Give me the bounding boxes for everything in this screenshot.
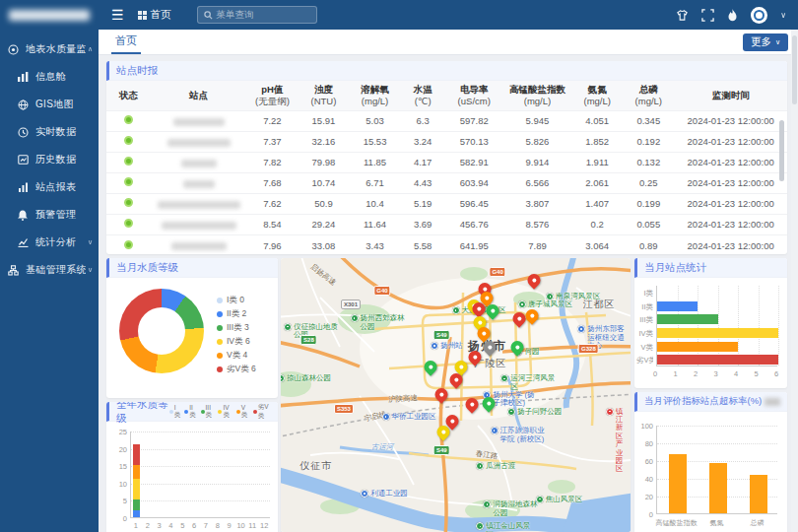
x-tick: 2	[694, 369, 698, 378]
map-poi-park[interactable]: 南泉湾风景区	[546, 293, 600, 300]
tab-home[interactable]: 首页	[111, 30, 141, 54]
clock-icon	[18, 127, 31, 138]
chevron-down-icon: ∨	[88, 238, 93, 246]
table-row[interactable]: 7.3732.1615.533.24570.135.8261.8520.1922…	[106, 131, 787, 152]
map-pin-red[interactable]	[463, 395, 481, 413]
breadcrumb[interactable]: 首页	[138, 8, 171, 22]
poi-icon	[518, 300, 526, 308]
cell-value: 3.69	[401, 214, 445, 234]
map-poi-place[interactable]: 扬州站	[431, 342, 463, 350]
table-row[interactable]: 7.6810.746.714.43603.946.5662.0610.25202…	[106, 172, 787, 193]
x-tick: 9	[226, 521, 233, 530]
map-poi-place[interactable]: 江苏旅游职业学院 (新校区)	[491, 427, 548, 443]
map-poi-zone[interactable]: 镇江新区产业园区	[606, 408, 627, 474]
cell-value: 7.22	[246, 110, 298, 131]
sidebar-item-alerts[interactable]: 预警管理	[0, 201, 99, 229]
sidebar-item-gis-map[interactable]: GIS地图	[0, 91, 99, 118]
cell-time: 2024-01-23 12:00:00	[674, 234, 787, 254]
road-shield: G328	[578, 344, 599, 354]
table-row[interactable]: 8.5429.2411.643.69456.768.5760.20.055202…	[106, 214, 787, 234]
sidebar-item-label: 统计分析	[35, 235, 86, 249]
donut-legend: I类 0II类 2III类 3IV类 6V类 4劣V类 6	[217, 294, 256, 376]
station-name-redacted	[167, 139, 231, 147]
cell-time: 2024-01-23 12:00:00	[674, 110, 787, 131]
sidebar-item-info-hub[interactable]: 信息舱	[0, 63, 99, 91]
legend-item[interactable]: II类 2	[217, 307, 256, 321]
theme-icon[interactable]	[676, 9, 689, 22]
cell-value: 4.051	[571, 110, 623, 131]
sidebar-item-reports[interactable]: 站点报表	[0, 173, 99, 201]
panel-title-year-grade: 全年水质等级 I类II类III类IV类V类劣V类	[106, 402, 278, 422]
page-scrollbar-thumb[interactable]	[792, 35, 797, 104]
map-poi-place[interactable]: 利通工业园	[361, 490, 408, 498]
chevron-down-icon: ∨	[88, 266, 93, 274]
legend-item[interactable]: 劣V类 6	[217, 363, 256, 376]
more-button[interactable]: 更多 ∨	[743, 33, 788, 51]
bar-IV类	[657, 328, 778, 338]
sidebar-item-statistics[interactable]: 统计分析∨	[0, 229, 99, 256]
stack-segment-IV类	[133, 479, 140, 499]
map-poi-park[interactable]: 唐子城风景区	[518, 300, 572, 308]
sidebar-item-admin-root[interactable]: 基础管理系统∨	[0, 256, 99, 284]
x-tick: 2	[144, 521, 152, 530]
fullscreen-icon[interactable]	[701, 9, 714, 22]
y-category: II类	[636, 302, 653, 312]
legend-item[interactable]: V类 4	[217, 349, 256, 363]
cell-value: 7.96	[246, 234, 298, 254]
sidebar-item-realtime[interactable]: 实时数据	[0, 118, 99, 146]
chevron-down-icon[interactable]: ∨	[780, 11, 786, 20]
cell-value: 10.4	[350, 193, 401, 214]
map-poi-park[interactable]: 瓜洲古渡	[476, 462, 515, 470]
cell-value: 456.76	[445, 214, 503, 234]
gis-map[interactable]: 扬州市江都区广陵区仪征市沪陕高速启扬高速宁启线春江路古运河仪征捺山地质公园扬州西…	[281, 258, 631, 532]
map-poi-park[interactable]: 扬州西郊森林公园	[351, 314, 408, 331]
cell-value: 1.911	[571, 152, 623, 172]
table-row[interactable]: 7.8279.9811.854.17582.919.9141.9110.1322…	[106, 152, 787, 172]
col-header: 站点	[151, 81, 246, 110]
map-poi-park[interactable]: 镇江金山风景区	[476, 522, 533, 532]
cell-value: 597.82	[445, 110, 503, 131]
cell-value: 11.85	[350, 152, 401, 172]
avatar[interactable]	[751, 7, 767, 24]
legend-item[interactable]: I类	[169, 404, 181, 420]
legend-item[interactable]: III类 3	[217, 321, 256, 335]
y-category: IV类	[636, 329, 653, 339]
stack-segment-劣V类	[133, 444, 140, 465]
y-category: III类	[636, 315, 653, 325]
cell-value: 2.061	[571, 172, 623, 193]
map-pin-red[interactable]	[525, 271, 543, 289]
map-poi-park[interactable]: 焦山风景区	[536, 496, 583, 503]
search-input[interactable]: 菜单查询	[197, 6, 317, 24]
y-tick: 20	[119, 445, 127, 454]
table-scrollbar-thumb[interactable]	[779, 120, 784, 181]
page-scrollbar[interactable]	[791, 30, 798, 532]
legend-item[interactable]: IV类 6	[217, 335, 256, 349]
legend-item[interactable]: V类	[236, 404, 249, 420]
map-poi-park[interactable]: 捺山森林公园	[281, 374, 331, 382]
map-pin-red[interactable]	[432, 385, 450, 403]
hamburger-menu-icon[interactable]: ☰	[111, 8, 124, 22]
legend-item[interactable]: II类	[184, 404, 196, 420]
sidebar-item-system-root[interactable]: 地表水质量监测系统∧	[0, 35, 99, 63]
sidebar-item-history[interactable]: 历史数据	[0, 146, 99, 173]
table-row[interactable]: 7.9633.083.435.58641.957.893.0640.892024…	[106, 234, 787, 254]
legend-item[interactable]: I类 0	[217, 294, 256, 307]
flame-icon[interactable]	[727, 9, 738, 22]
map-poi-park[interactable]: 扬子问野公园	[507, 408, 562, 416]
cell-value: 603.94	[445, 172, 503, 193]
map-poi-park[interactable]: 运河三湾风景区	[500, 374, 558, 391]
table-row[interactable]: 7.6250.910.45.19596.453.8071.4070.199202…	[106, 193, 787, 214]
table-row[interactable]: 7.2215.915.036.3597.825.9454.0510.345202…	[106, 110, 787, 131]
legend-item[interactable]: III类	[201, 404, 215, 420]
map-poi-park[interactable]: 润扬湿地森林公园	[483, 500, 540, 517]
redacted-corner-control[interactable]	[765, 398, 780, 406]
panel-title-exceed-rate: 当月评价指标站点超标率(%)	[634, 392, 787, 412]
map-pin-orange[interactable]	[523, 306, 541, 324]
map-pin-red[interactable]	[466, 348, 484, 366]
legend-item[interactable]: 劣V类	[253, 403, 271, 421]
map-label-road: 沪陕高速	[388, 393, 418, 405]
hbar-chart: 0123456I类II类III类IV类V类劣V类	[634, 278, 787, 386]
map-pin-green[interactable]	[422, 358, 439, 375]
map-poi-place[interactable]: 华侨工业园区	[382, 413, 436, 421]
legend-item[interactable]: IV类	[218, 404, 232, 420]
